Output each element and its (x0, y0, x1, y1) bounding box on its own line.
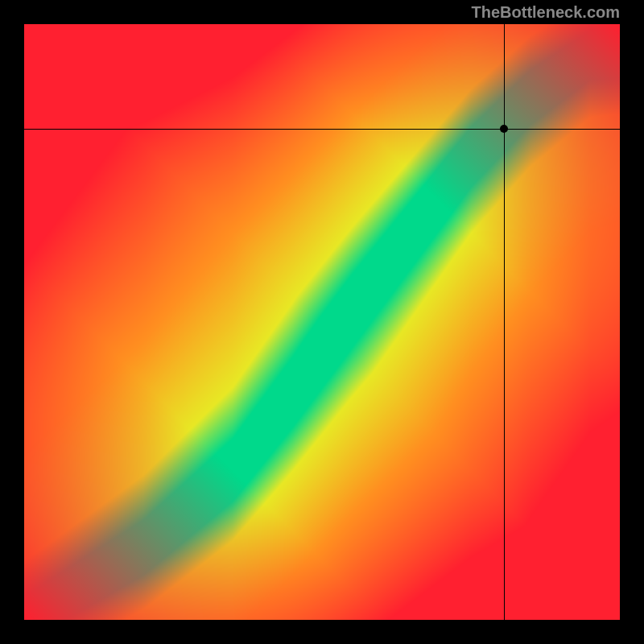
heatmap-canvas (24, 24, 620, 620)
crosshair-horizontal (24, 129, 620, 130)
crosshair-vertical (504, 24, 505, 620)
attribution-text: TheBottleneck.com (472, 3, 620, 22)
selection-marker (500, 125, 508, 133)
heatmap-plot-area (24, 24, 620, 620)
